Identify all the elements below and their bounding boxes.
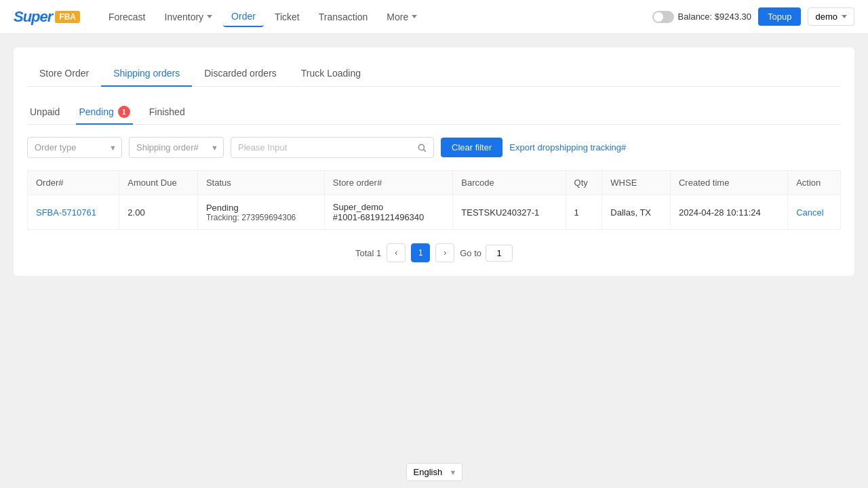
logo: Super FBA (14, 8, 80, 26)
pending-badge: 1 (118, 106, 130, 118)
col-whse: WHSE (602, 171, 671, 195)
col-qty: Qty (566, 171, 602, 195)
cell-created-time: 2024-04-28 10:11:24 (670, 195, 787, 230)
store-order-name: Super_demo (333, 202, 444, 212)
cell-amount-due: 2.00 (119, 195, 198, 230)
header-right: Balance: $9243.30 Topup demo (652, 7, 854, 26)
tab-pending[interactable]: Pending 1 (76, 100, 132, 125)
sub-tabs: Unpaid Pending 1 Finished (27, 100, 841, 125)
balance-toggle-switch[interactable] (652, 11, 674, 23)
col-created-time: Created time (670, 171, 787, 195)
nav-item-transaction[interactable]: Transaction (311, 7, 376, 26)
svg-line-1 (424, 149, 426, 151)
col-barcode: Barcode (453, 171, 566, 195)
cell-order-num: SFBA-5710761 (28, 195, 119, 230)
search-input-wrap (231, 137, 434, 158)
nav-item-more[interactable]: More (378, 7, 425, 26)
col-action: Action (788, 171, 841, 195)
footer: English ▼ (0, 456, 868, 488)
shipping-order-select[interactable]: Shipping order# (129, 137, 224, 158)
export-tracking-link[interactable]: Export dropshipping tracking# (509, 142, 626, 152)
total-info: Total 1 (355, 248, 381, 258)
search-button[interactable] (410, 137, 434, 158)
tracking-text: Tracking: 273959694306 (206, 213, 316, 222)
table-row: SFBA-5710761 2.00 Pending Tracking: 2739… (28, 195, 841, 230)
goto-input[interactable] (486, 245, 513, 262)
order-type-select-wrap: Order type ▼ (27, 137, 122, 158)
table-header: Order# Amount Due Status Store order# Ba… (28, 171, 841, 195)
tab-store-order[interactable]: Store Order (27, 61, 101, 87)
inventory-chevron-icon (207, 15, 212, 18)
nav-item-order[interactable]: Order (223, 7, 264, 27)
col-amount-due: Amount Due (119, 171, 198, 195)
main-content: Store Order Shipping orders Discarded or… (0, 34, 868, 289)
language-select[interactable]: English (406, 463, 462, 481)
next-page-button[interactable]: › (435, 243, 454, 262)
goto-wrap: Go to (460, 245, 513, 262)
search-input[interactable] (231, 137, 434, 158)
store-order-num: #1001-6819121496340 (333, 212, 444, 222)
balance-section: Balance: $9243.30 (652, 11, 751, 23)
cell-action: Cancel (788, 195, 841, 230)
prev-page-button[interactable]: ‹ (387, 243, 406, 262)
tab-truck-loading[interactable]: Truck Loading (289, 61, 373, 87)
header: Super FBA Forecast Inventory Order Ticke… (0, 0, 868, 34)
toggle-knob (654, 12, 663, 22)
cell-qty: 1 (566, 195, 602, 230)
col-store-order: Store order# (324, 171, 452, 195)
tab-discarded-orders[interactable]: Discarded orders (192, 61, 289, 87)
shipping-order-select-wrap: Shipping order# ▼ (129, 137, 224, 158)
order-link[interactable]: SFBA-5710761 (36, 207, 96, 218)
more-chevron-icon (412, 15, 417, 18)
demo-chevron-icon (842, 15, 847, 18)
page-1-button[interactable]: 1 (411, 243, 430, 262)
demo-button[interactable]: demo (808, 7, 854, 26)
svg-point-0 (418, 144, 424, 150)
goto-label: Go to (460, 248, 481, 258)
nav-item-inventory[interactable]: Inventory (157, 7, 221, 26)
cancel-link[interactable]: Cancel (796, 207, 823, 218)
cell-barcode: TESTSKU240327-1 (453, 195, 566, 230)
table-body: SFBA-5710761 2.00 Pending Tracking: 2739… (28, 195, 841, 230)
balance-amount: Balance: $9243.30 (678, 12, 751, 22)
order-type-select[interactable]: Order type (27, 137, 122, 158)
col-order-num: Order# (28, 171, 119, 195)
col-status: Status (197, 171, 324, 195)
language-select-wrap: English ▼ (406, 463, 462, 481)
logo-super-text: Super (14, 8, 52, 26)
tab-finished[interactable]: Finished (146, 101, 188, 124)
cell-whse: Dallas, TX (602, 195, 671, 230)
top-tabs: Store Order Shipping orders Discarded or… (27, 61, 841, 87)
main-card: Store Order Shipping orders Discarded or… (14, 47, 854, 276)
search-icon (417, 143, 427, 152)
cell-store-order: Super_demo #1001-6819121496340 (324, 195, 452, 230)
clear-filter-button[interactable]: Clear filter (441, 138, 502, 157)
nav-item-forecast[interactable]: Forecast (100, 7, 153, 26)
cell-status: Pending Tracking: 273959694306 (197, 195, 324, 230)
pagination: Total 1 ‹ 1 › Go to (27, 243, 841, 262)
nav-item-ticket[interactable]: Ticket (267, 7, 308, 26)
tab-unpaid[interactable]: Unpaid (27, 101, 62, 124)
logo-fba-badge: FBA (55, 11, 80, 23)
status-text: Pending (206, 203, 316, 213)
topup-button[interactable]: Topup (758, 7, 801, 26)
orders-table: Order# Amount Due Status Store order# Ba… (27, 170, 841, 230)
filters-bar: Order type ▼ Shipping order# ▼ (27, 137, 841, 158)
main-nav: Forecast Inventory Order Ticket Transact… (100, 7, 652, 27)
tab-shipping-orders[interactable]: Shipping orders (101, 61, 192, 87)
